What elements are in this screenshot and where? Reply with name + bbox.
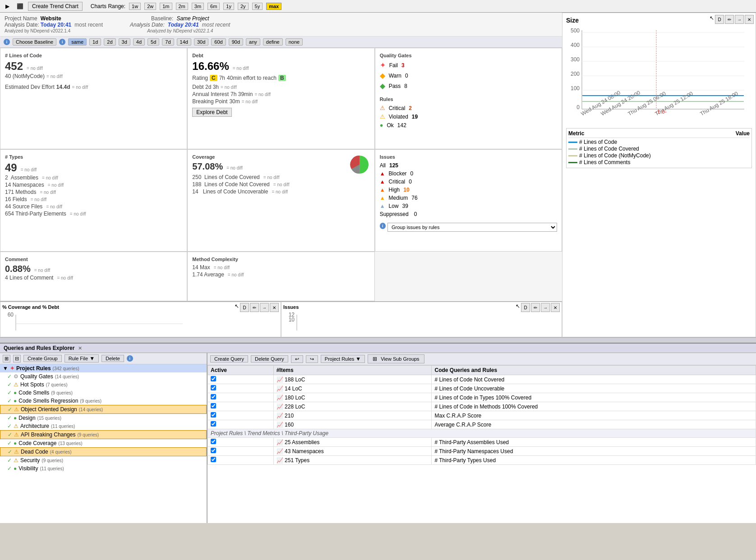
chart-edit-btn[interactable]: ✏ (250, 303, 259, 312)
range-max[interactable]: max (266, 3, 281, 10)
range-2y[interactable]: 2y (238, 3, 249, 10)
row7-checkbox[interactable] (211, 439, 216, 444)
baseline-60d[interactable]: 60d (211, 38, 226, 46)
table-row[interactable]: 📈 25 Assemblies # Third-Party Assemblies… (208, 438, 756, 447)
range-1w[interactable]: 1w (129, 3, 141, 10)
tree-design[interactable]: ✓ ● Design (15 queries) (0, 414, 207, 422)
table-row[interactable]: 📈 228 LoC # Lines of Code in Methods 100… (208, 402, 756, 411)
baseline-5d[interactable]: 5d (148, 38, 159, 46)
chart2-export-btn[interactable]: → (541, 303, 550, 312)
view-sub-groups-button[interactable]: ⊞View Sub Groups (368, 354, 424, 363)
tree-architecture[interactable]: ✓ ⚠ Architecture (11 queries) (0, 422, 207, 430)
row1-checkbox[interactable] (211, 376, 216, 381)
baseline-4d[interactable]: 4d (133, 38, 145, 46)
tree-code-smells[interactable]: ✓ ● Code Smells (9 queries) (0, 389, 207, 397)
range-1m[interactable]: 1m (160, 3, 172, 10)
deveffort-label: Estimated Dev Effort (5, 84, 55, 90)
range-2w[interactable]: 2w (144, 3, 156, 10)
baseline-2d[interactable]: 2d (104, 38, 115, 46)
range-1y[interactable]: 1y (223, 3, 234, 10)
chart-copy-btn[interactable]: D (240, 303, 249, 312)
row2-checkbox[interactable] (211, 385, 216, 390)
size-edit-btn[interactable]: ✏ (725, 15, 734, 24)
expand-all-button[interactable]: ⊞ (3, 355, 10, 363)
create-trend-chart-button[interactable]: Create Trend Chart (28, 2, 83, 11)
delete-button[interactable]: Delete (101, 355, 124, 362)
row5-checkbox[interactable] (211, 412, 216, 418)
suppressed-count: 0 (414, 211, 417, 217)
chart2-copy-btn[interactable]: D (521, 303, 530, 312)
create-group-button[interactable]: Create Group (23, 355, 62, 362)
table-row[interactable]: 📈 251 Types # Third-Party Types Used (208, 456, 756, 465)
size-export-btn[interactable]: → (735, 15, 744, 24)
baseline-1d[interactable]: 1d (89, 38, 101, 46)
size-copy-btn[interactable]: D (715, 15, 724, 24)
baseline-90d[interactable]: 90d (229, 38, 243, 46)
explore-debt-button[interactable]: Explore Debt (192, 108, 231, 117)
group-issues-select[interactable]: Group issues by rules (387, 223, 557, 232)
table-row[interactable]: 📈 14 LoC # Lines of Code Uncoverable (208, 384, 756, 393)
panel-close-button[interactable]: ✕ (78, 345, 82, 351)
row4-checkbox[interactable] (211, 403, 216, 409)
row6-checkbox[interactable] (211, 421, 216, 427)
tree-code-coverage[interactable]: ✓ ● Code Coverage (13 queries) (0, 439, 207, 447)
project-rules-button[interactable]: Project Rules ▼ (321, 355, 365, 363)
row8-checkbox[interactable] (211, 448, 216, 453)
horizontal-scrollbar[interactable] (0, 337, 756, 343)
tree-ood[interactable]: ✓ ⚠ Object Oriented Design (14 queries) (0, 405, 207, 414)
chart2-close-btn[interactable]: ✕ (551, 303, 560, 312)
chart-close-btn[interactable]: ✕ (270, 303, 279, 312)
row9-checkbox[interactable] (211, 457, 216, 462)
baseline-any[interactable]: any (246, 38, 260, 46)
baseline-none[interactable]: none (286, 38, 303, 46)
table-row[interactable]: 📈 188 LoC # Lines of Code Not Covered (208, 375, 756, 384)
table-row[interactable]: 📈 43 Namespaces # Third-Party Namespaces… (208, 447, 756, 456)
delete-query-button[interactable]: Delete Query (251, 355, 288, 363)
baseline-define[interactable]: define (263, 38, 283, 46)
record-icon[interactable]: ⬛ (15, 2, 24, 11)
baseline-30d[interactable]: 30d (194, 38, 208, 46)
redo-button[interactable]: ↪ (306, 355, 318, 363)
undo-button[interactable]: ↩ (291, 355, 303, 363)
tree-root-item[interactable]: ▼ ✦ Project Rules (342 queries) (0, 364, 207, 372)
range-2m[interactable]: 2m (176, 3, 188, 10)
tree-dead-code[interactable]: ✓ ⚠ Dead Code (4 queries) (0, 447, 207, 456)
baseline-14d[interactable]: 14d (177, 38, 191, 46)
table-row[interactable]: 📈 160 Average C.R.A.P Score (208, 420, 756, 429)
play-icon[interactable]: ▶ (3, 2, 12, 11)
size-close-btn[interactable]: ✕ (745, 15, 754, 24)
range-3m[interactable]: 3m (192, 3, 204, 10)
tree-quality-gates[interactable]: ✓ ⚙ Quality Gates (14 queries) (0, 372, 207, 381)
tree-visibility[interactable]: ✓ ● Visibility (11 queries) (0, 464, 207, 473)
tree-code-smells-regression[interactable]: ✓ ● Code Smells Regression (9 queries) (0, 397, 207, 405)
rule-file-button[interactable]: Rule File ▼ (65, 354, 99, 363)
project-rules-dropdown: ▼ (355, 356, 361, 362)
table-row[interactable]: 📈 210 Max C.R.A.P Score (208, 411, 756, 420)
choose-baseline-button[interactable]: Choose Baseline (13, 38, 56, 46)
range-5y[interactable]: 5y (252, 3, 263, 10)
collapse-all-button[interactable]: ⊟ (13, 355, 21, 363)
loc-diff: = no diff (27, 66, 43, 71)
row3-checkbox[interactable] (211, 394, 216, 399)
path-label: Project Rules \ Trend Metrics \ Third-Pa… (208, 429, 756, 438)
rules-panel: Create Query Delete Query ↩ ↪ Project Ru… (207, 353, 756, 523)
tree-api-breaking[interactable]: ✓ ⚠ API Breaking Changes (9 queries) (0, 430, 207, 439)
baseline-7d[interactable]: 7d (162, 38, 174, 46)
ood-warn: ⚠ (14, 406, 19, 413)
cov-row-1: 188 Lines of Code Not Covered (192, 181, 269, 188)
range-6m[interactable]: 6m (207, 3, 220, 10)
pass-label: Pass (389, 83, 401, 89)
same-button[interactable]: same (68, 38, 87, 46)
row4-label: # Lines of Code in Methods 100% Covered (432, 402, 756, 411)
baseline-3d[interactable]: 3d (119, 38, 130, 46)
chart-export-btn[interactable]: → (260, 303, 269, 312)
coverage-debt-svg: 60 (2, 310, 279, 333)
annual-label: Annual Interest (192, 91, 229, 97)
chart2-edit-btn[interactable]: ✏ (531, 303, 540, 312)
create-query-button[interactable]: Create Query (210, 355, 248, 363)
vis-label: Visibility (18, 465, 38, 472)
table-row[interactable]: 📈 180 LoC # Lines of Code in Types 100% … (208, 393, 756, 402)
type-row-1: 14 Namespaces (5, 182, 44, 188)
tree-security[interactable]: ✓ ⚠ Security (9 queries) (0, 456, 207, 464)
tree-hot-spots[interactable]: ✓ ⚠ Hot Spots (7 queries) (0, 381, 207, 389)
